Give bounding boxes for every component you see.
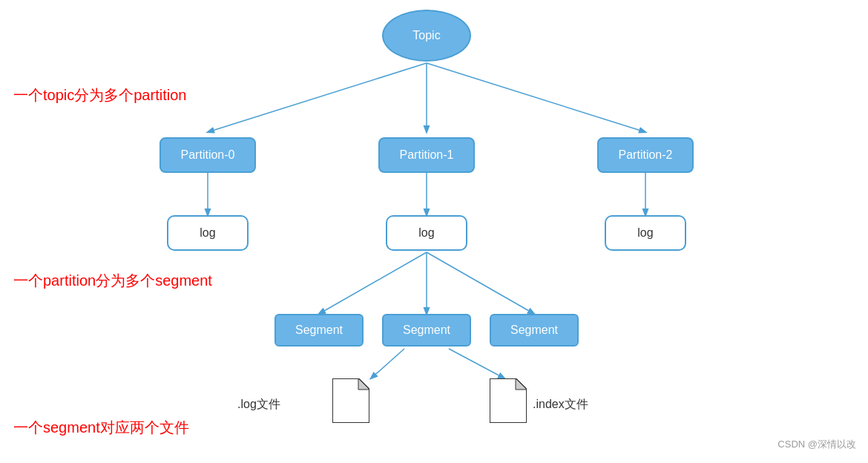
log0-label: log	[200, 226, 215, 240]
topic-label: Topic	[412, 29, 440, 42]
log-file-icon	[332, 378, 369, 423]
log2-node: log	[605, 215, 686, 251]
svg-marker-14	[516, 378, 527, 390]
svg-line-6	[319, 252, 427, 314]
log2-label: log	[637, 226, 653, 240]
partition2-label: Partition-2	[619, 148, 673, 162]
log1-node: log	[386, 215, 467, 251]
partition0-label: Partition-0	[181, 148, 235, 162]
annotation-partition-segment: 一个partition分为多个segment	[13, 271, 212, 291]
segment-right-label: Segment	[510, 324, 558, 337]
segment-mid-node: Segment	[382, 314, 471, 347]
segment-mid-label: Segment	[403, 324, 450, 337]
segment-right-node: Segment	[490, 314, 579, 347]
index-file-label: .index文件	[533, 397, 588, 413]
segment-left-label: Segment	[295, 324, 343, 337]
svg-line-2	[427, 63, 645, 132]
log1-label: log	[418, 226, 434, 240]
watermark: CSDN @深情以改	[777, 438, 856, 451]
svg-line-0	[208, 63, 427, 132]
log0-node: log	[167, 215, 249, 251]
segment-left-node: Segment	[274, 314, 364, 347]
topic-node: Topic	[382, 10, 471, 62]
partition1-node: Partition-1	[378, 137, 475, 173]
diagram-container: Topic Partition-0 Partition-1 Partition-…	[0, 0, 868, 463]
partition0-node: Partition-0	[160, 137, 256, 173]
svg-marker-12	[358, 378, 369, 390]
svg-line-10	[449, 349, 504, 378]
svg-line-8	[427, 252, 534, 314]
annotation-topic-partition: 一个topic分为多个partition	[13, 85, 186, 105]
index-file-icon	[490, 378, 527, 423]
log-file-label: .log文件	[237, 397, 280, 413]
partition2-node: Partition-2	[597, 137, 694, 173]
annotation-segment-files: 一个segment对应两个文件	[13, 418, 189, 438]
svg-line-9	[371, 349, 404, 378]
partition1-label: Partition-1	[400, 148, 454, 162]
